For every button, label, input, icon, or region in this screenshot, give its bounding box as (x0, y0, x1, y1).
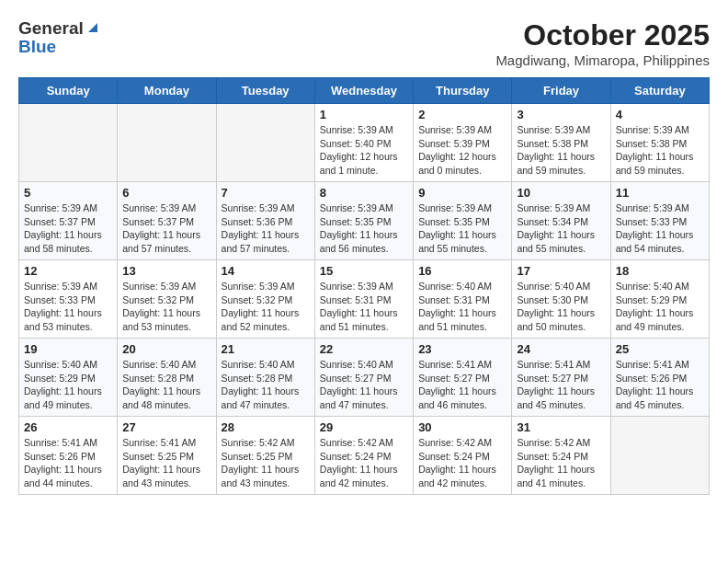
logo-general: General (18, 18, 84, 39)
day-number: 13 (122, 264, 210, 278)
day-number: 31 (517, 420, 605, 434)
calendar-cell-2-6: 18Sunrise: 5:40 AM Sunset: 5:29 PM Dayli… (610, 260, 709, 339)
day-number: 5 (24, 186, 112, 200)
cell-content: Sunrise: 5:39 AM Sunset: 5:37 PM Dayligh… (122, 201, 210, 256)
calendar-cell-0-3: 1Sunrise: 5:39 AM Sunset: 5:40 PM Daylig… (314, 104, 413, 182)
calendar-cell-3-3: 22Sunrise: 5:40 AM Sunset: 5:27 PM Dayli… (314, 339, 413, 417)
calendar-cell-4-6 (610, 417, 709, 495)
col-sunday: Sunday (19, 78, 118, 104)
day-number: 25 (616, 342, 704, 356)
day-number: 2 (418, 108, 506, 121)
cell-content: Sunrise: 5:40 AM Sunset: 5:29 PM Dayligh… (24, 358, 112, 412)
calendar-cell-2-4: 16Sunrise: 5:40 AM Sunset: 5:31 PM Dayli… (414, 260, 512, 339)
page-container: General Blue October 2025 Magdiwang, Mim… (0, 0, 728, 504)
calendar-cell-0-5: 3Sunrise: 5:39 AM Sunset: 5:38 PM Daylig… (512, 104, 610, 182)
calendar-cell-1-4: 9Sunrise: 5:39 AM Sunset: 5:35 PM Daylig… (414, 182, 512, 260)
logo: General Blue (18, 18, 99, 57)
day-number: 8 (320, 186, 408, 200)
day-number: 3 (517, 108, 605, 121)
logo-blue: Blue (18, 37, 56, 57)
cell-content: Sunrise: 5:39 AM Sunset: 5:32 PM Dayligh… (222, 280, 310, 334)
cell-content: Sunrise: 5:39 AM Sunset: 5:35 PM Dayligh… (418, 201, 506, 256)
cell-content: Sunrise: 5:39 AM Sunset: 5:35 PM Dayligh… (320, 201, 408, 256)
calendar-cell-2-1: 13Sunrise: 5:39 AM Sunset: 5:32 PM Dayli… (118, 260, 216, 339)
cell-content: Sunrise: 5:40 AM Sunset: 5:30 PM Dayligh… (517, 280, 605, 334)
day-number: 14 (222, 264, 310, 278)
cell-content: Sunrise: 5:42 AM Sunset: 5:24 PM Dayligh… (418, 436, 506, 490)
title-section: October 2025 Magdiwang, Mimaropa, Philip… (495, 18, 710, 68)
day-number: 21 (222, 342, 310, 356)
day-number: 20 (122, 342, 210, 356)
col-thursday: Thursday (414, 78, 512, 104)
calendar-cell-1-6: 11Sunrise: 5:39 AM Sunset: 5:33 PM Dayli… (610, 182, 709, 260)
day-number: 10 (517, 186, 605, 200)
week-row-3: 12Sunrise: 5:39 AM Sunset: 5:33 PM Dayli… (19, 260, 710, 339)
calendar-cell-3-2: 21Sunrise: 5:40 AM Sunset: 5:28 PM Dayli… (216, 339, 314, 417)
cell-content: Sunrise: 5:41 AM Sunset: 5:26 PM Dayligh… (24, 436, 112, 490)
cell-content: Sunrise: 5:39 AM Sunset: 5:38 PM Dayligh… (517, 123, 605, 178)
day-number: 27 (122, 420, 210, 434)
calendar-cell-1-2: 7Sunrise: 5:39 AM Sunset: 5:36 PM Daylig… (216, 182, 314, 260)
day-number: 30 (418, 420, 506, 434)
svg-marker-0 (88, 23, 97, 32)
calendar-cell-0-1 (118, 104, 216, 182)
day-number: 7 (222, 186, 310, 200)
cell-content: Sunrise: 5:39 AM Sunset: 5:31 PM Dayligh… (320, 280, 408, 334)
cell-content: Sunrise: 5:41 AM Sunset: 5:27 PM Dayligh… (418, 358, 506, 412)
day-number: 24 (517, 342, 605, 356)
cell-content: Sunrise: 5:39 AM Sunset: 5:36 PM Dayligh… (222, 201, 310, 256)
day-number: 18 (616, 264, 704, 278)
day-number: 23 (418, 342, 506, 356)
month-title: October 2025 (495, 18, 710, 52)
calendar-table: Sunday Monday Tuesday Wednesday Thursday… (18, 77, 710, 495)
cell-content: Sunrise: 5:40 AM Sunset: 5:28 PM Dayligh… (122, 358, 210, 412)
day-number: 19 (24, 342, 112, 356)
calendar-cell-0-2 (216, 104, 314, 182)
calendar-cell-1-3: 8Sunrise: 5:39 AM Sunset: 5:35 PM Daylig… (314, 182, 413, 260)
day-number: 17 (517, 264, 605, 278)
day-number: 1 (320, 108, 408, 121)
calendar-cell-4-5: 31Sunrise: 5:42 AM Sunset: 5:24 PM Dayli… (512, 417, 610, 495)
calendar-cell-3-0: 19Sunrise: 5:40 AM Sunset: 5:29 PM Dayli… (19, 339, 118, 417)
day-number: 11 (616, 186, 704, 200)
week-row-5: 26Sunrise: 5:41 AM Sunset: 5:26 PM Dayli… (19, 417, 710, 495)
calendar-cell-3-6: 25Sunrise: 5:41 AM Sunset: 5:26 PM Dayli… (610, 339, 709, 417)
cell-content: Sunrise: 5:39 AM Sunset: 5:32 PM Dayligh… (122, 280, 210, 334)
day-number: 26 (24, 420, 112, 434)
col-friday: Friday (512, 78, 610, 104)
cell-content: Sunrise: 5:39 AM Sunset: 5:38 PM Dayligh… (616, 123, 704, 178)
calendar-cell-0-0 (19, 104, 118, 182)
cell-content: Sunrise: 5:39 AM Sunset: 5:39 PM Dayligh… (418, 123, 506, 178)
calendar-cell-4-3: 29Sunrise: 5:42 AM Sunset: 5:24 PM Dayli… (314, 417, 413, 495)
calendar-cell-3-4: 23Sunrise: 5:41 AM Sunset: 5:27 PM Dayli… (414, 339, 512, 417)
day-number: 12 (24, 264, 112, 278)
week-row-4: 19Sunrise: 5:40 AM Sunset: 5:29 PM Dayli… (19, 339, 710, 417)
cell-content: Sunrise: 5:42 AM Sunset: 5:25 PM Dayligh… (222, 436, 310, 490)
calendar-cell-4-4: 30Sunrise: 5:42 AM Sunset: 5:24 PM Dayli… (414, 417, 512, 495)
calendar-cell-4-2: 28Sunrise: 5:42 AM Sunset: 5:25 PM Dayli… (216, 417, 314, 495)
logo-triangle-icon (86, 21, 99, 38)
cell-content: Sunrise: 5:41 AM Sunset: 5:27 PM Dayligh… (517, 358, 605, 412)
cell-content: Sunrise: 5:39 AM Sunset: 5:33 PM Dayligh… (616, 201, 704, 256)
cell-content: Sunrise: 5:42 AM Sunset: 5:24 PM Dayligh… (320, 436, 408, 490)
cell-content: Sunrise: 5:40 AM Sunset: 5:28 PM Dayligh… (222, 358, 310, 412)
day-number: 15 (320, 264, 408, 278)
location: Magdiwang, Mimaropa, Philippines (495, 52, 710, 68)
calendar-cell-3-5: 24Sunrise: 5:41 AM Sunset: 5:27 PM Dayli… (512, 339, 610, 417)
col-saturday: Saturday (610, 78, 709, 104)
cell-content: Sunrise: 5:39 AM Sunset: 5:37 PM Dayligh… (24, 201, 112, 256)
calendar-cell-1-5: 10Sunrise: 5:39 AM Sunset: 5:34 PM Dayli… (512, 182, 610, 260)
col-wednesday: Wednesday (314, 78, 413, 104)
calendar-cell-4-1: 27Sunrise: 5:41 AM Sunset: 5:25 PM Dayli… (118, 417, 216, 495)
calendar-header-row: Sunday Monday Tuesday Wednesday Thursday… (19, 78, 710, 104)
cell-content: Sunrise: 5:39 AM Sunset: 5:34 PM Dayligh… (517, 201, 605, 256)
calendar-cell-2-5: 17Sunrise: 5:40 AM Sunset: 5:30 PM Dayli… (512, 260, 610, 339)
calendar-cell-1-0: 5Sunrise: 5:39 AM Sunset: 5:37 PM Daylig… (19, 182, 118, 260)
day-number: 4 (616, 108, 704, 121)
week-row-2: 5Sunrise: 5:39 AM Sunset: 5:37 PM Daylig… (19, 182, 710, 260)
cell-content: Sunrise: 5:39 AM Sunset: 5:40 PM Dayligh… (320, 123, 408, 178)
day-number: 29 (320, 420, 408, 434)
week-row-1: 1Sunrise: 5:39 AM Sunset: 5:40 PM Daylig… (19, 104, 710, 182)
calendar-cell-2-3: 15Sunrise: 5:39 AM Sunset: 5:31 PM Dayli… (314, 260, 413, 339)
cell-content: Sunrise: 5:42 AM Sunset: 5:24 PM Dayligh… (517, 436, 605, 490)
